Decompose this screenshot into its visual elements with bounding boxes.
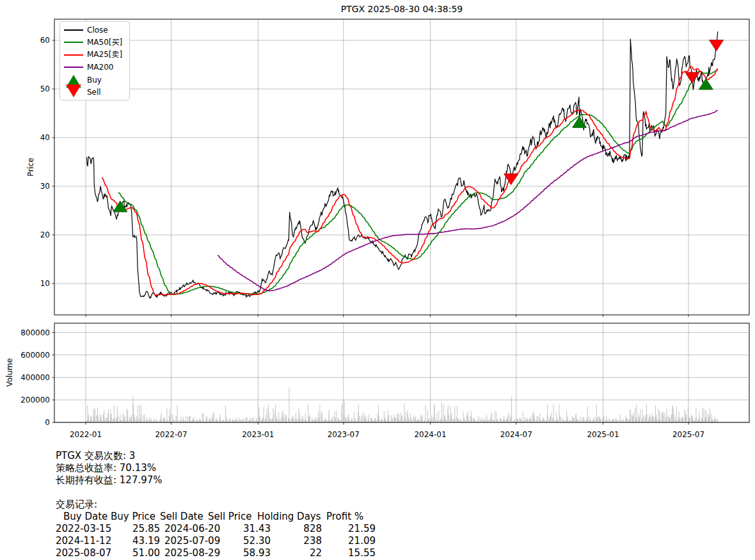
trade-cell: 31.43 <box>213 523 271 535</box>
volume-tick-label: 0 <box>45 418 50 427</box>
col-buy-date: Buy Date <box>63 511 107 523</box>
trade-cell: 22 <box>267 547 322 559</box>
col-sell-date: Sell Date <box>160 511 203 523</box>
col-buy-price: Buy Price <box>111 511 155 523</box>
buy-marker <box>699 79 713 90</box>
trade-cell: 2024-11-12 <box>56 535 126 547</box>
volume-tick-label: 600000 <box>20 351 50 360</box>
col-sell-price: Sell Price <box>208 511 251 523</box>
strategy-return-text: 策略总收益率: 70.13% <box>56 462 156 474</box>
close-line <box>87 31 718 298</box>
trade-count-text: PTGX 交易次数: 3 <box>56 450 135 462</box>
x-tick-label: 2025-07 <box>672 430 704 439</box>
price-tick-label: 60 <box>40 36 50 45</box>
x-tick-label: 2023-07 <box>328 430 360 439</box>
legend-label-buy: Buy <box>87 76 102 84</box>
volume-tick-label: 800000 <box>20 328 50 337</box>
legend-label-close: Close <box>87 26 108 35</box>
legend-label-ma50: MA50[买] <box>87 37 122 48</box>
legend-label-sell: Sell <box>87 88 101 97</box>
x-tick-label: 2023-01 <box>242 430 274 439</box>
x-tick-label: 2024-07 <box>500 430 532 439</box>
price-axis-label: Price <box>26 157 35 176</box>
trade-cell: 15.55 <box>327 547 376 559</box>
volume-axis-label: Volume <box>5 358 14 387</box>
legend-label-ma200: MA200 <box>87 63 113 72</box>
buy-marker <box>573 116 587 127</box>
legend-item-close: Close <box>60 24 129 36</box>
price-tick-label: 20 <box>40 230 50 239</box>
trade-cell: 2025-07-09 <box>164 535 235 547</box>
trade-cell: 2022-03-15 <box>56 523 126 535</box>
trade-cell: 2024-06-20 <box>164 523 235 535</box>
sell-marker <box>685 72 699 83</box>
ma200-line-swatch <box>64 67 83 68</box>
price-tick-label: 40 <box>40 133 50 142</box>
volume-bars <box>86 388 718 422</box>
legend-item-ma50: MA50[买] <box>60 36 129 49</box>
legend-label-ma25: MA25[卖] <box>87 49 122 60</box>
price-tick-label: 10 <box>40 279 50 288</box>
trade-cell: 51.00 <box>102 547 160 559</box>
x-tick-label: 2022-01 <box>70 430 102 439</box>
trade-cell: 21.09 <box>327 535 376 547</box>
trade-cell: 2025-08-29 <box>164 547 235 559</box>
ma25-line-swatch <box>64 54 83 56</box>
col-profit: Profit % <box>326 511 363 523</box>
col-holding-days: Holding Days <box>257 511 321 523</box>
ma25-line <box>102 67 718 295</box>
trade-cell: 828 <box>267 523 322 535</box>
trade-cell: 2025-08-07 <box>56 547 126 559</box>
trade-cell: 238 <box>267 535 322 547</box>
x-tick-label: 2025-01 <box>587 430 619 439</box>
ma50-line-swatch <box>64 42 83 43</box>
ma50-line <box>118 70 718 295</box>
price-tick-label: 30 <box>40 182 50 191</box>
hold-return-text: 长期持有收益: 127.97% <box>56 474 163 486</box>
legend-item-ma200: MA200 <box>60 61 129 74</box>
legend-item-ma25: MA25[卖] <box>60 49 129 61</box>
price-tick-label: 50 <box>40 84 50 93</box>
trade-cell: 58.93 <box>213 547 271 559</box>
x-tick-label: 2024-01 <box>414 430 446 439</box>
stock-chart-figure: PTGX 2025-08-30 04:38:59 2022-012022-072… <box>0 0 755 560</box>
volume-tick-label: 200000 <box>20 396 50 404</box>
sell-triangle-icon <box>66 84 81 97</box>
trade-records-label: 交易记录: <box>56 499 97 511</box>
sell-marker <box>710 40 724 51</box>
legend-item-sell: Sell <box>60 86 129 99</box>
price-series <box>87 31 718 298</box>
trade-cell: 52.30 <box>213 535 271 547</box>
close-line-swatch <box>64 29 83 31</box>
legend: Close MA50[买] MA25[卖] MA200 Buy Sell <box>60 21 130 100</box>
gridlines <box>54 19 749 422</box>
axes-spines <box>54 19 749 422</box>
x-tick-label: 2022-07 <box>155 430 187 439</box>
volume-tick-label: 400000 <box>20 373 50 382</box>
trade-cell: 25.85 <box>102 523 160 535</box>
trade-cell: 43.19 <box>102 535 160 547</box>
trade-cell: 21.59 <box>327 523 376 535</box>
